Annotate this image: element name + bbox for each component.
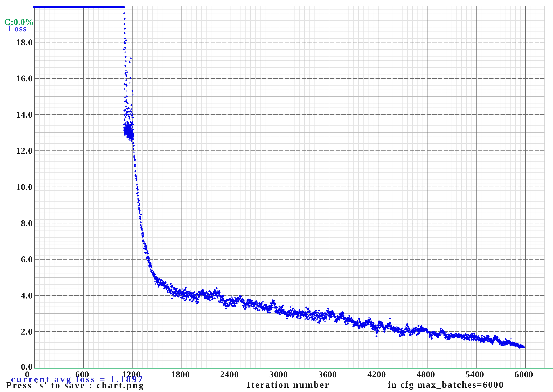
y-tick-label: 4.0 xyxy=(21,290,33,300)
loss-legend-label: Loss xyxy=(8,24,27,33)
x-tick-label: 4200 xyxy=(368,370,386,379)
y-tick-label: 12.0 xyxy=(16,146,33,156)
y-tick-label: 8.0 xyxy=(21,218,33,228)
y-tick-label: 14.0 xyxy=(16,110,33,119)
x-tick-label: 6000 xyxy=(515,370,533,379)
save-hint-status: Press 's' to save : chart.png xyxy=(6,380,145,390)
y-tick-label: 10.0 xyxy=(16,182,33,192)
x-tick-label: 5400 xyxy=(466,370,484,379)
x-tick-label: 4800 xyxy=(417,370,435,379)
x-tick-label: 1800 xyxy=(171,370,190,379)
y-tick-label: 2.0 xyxy=(21,327,33,336)
training-loss-chart: C:0.0% Loss 0.02.04.06.08.010.012.014.01… xyxy=(0,0,553,392)
y-tick-label: 16.0 xyxy=(16,73,33,83)
x-axis-title: Iteration number xyxy=(247,379,330,390)
y-tick-label: 18.0 xyxy=(16,37,33,47)
x-tick-label: 2400 xyxy=(220,370,239,379)
x-tick-label: 3000 xyxy=(269,370,288,379)
loss-scatter-canvas xyxy=(0,0,553,392)
cfg-max-batches-note: in cfg max_batches=6000 xyxy=(388,379,504,390)
y-tick-label: 6.0 xyxy=(21,254,33,264)
x-tick-label: 3600 xyxy=(318,370,337,379)
